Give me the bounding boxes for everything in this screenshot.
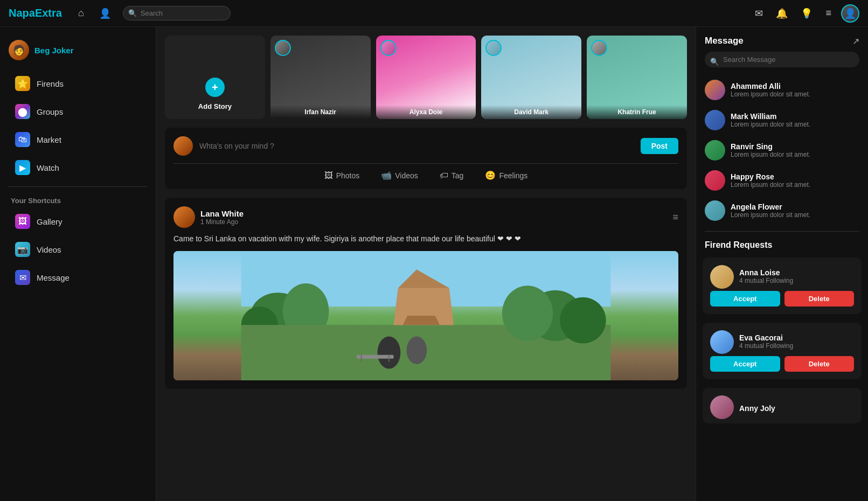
msg-avatar-1 (705, 110, 725, 130)
story-avatar-khatrin (591, 40, 607, 56)
fr-name-1: Eva Gacorai (739, 333, 793, 342)
sidebar-item-label-gallery: Gallery (37, 217, 63, 226)
post-header: Lana White 1 Minute Ago ≡ (173, 206, 678, 228)
sidebar-user[interactable]: 🧑 Beg Joker (0, 36, 156, 69)
feed-post: Lana White 1 Minute Ago ≡ Came to Sri La… (165, 198, 687, 389)
groups-icon: ⬤ (15, 104, 30, 119)
story-card-alyxa[interactable]: Alyxa Doie (376, 36, 476, 119)
svg-point-8 (378, 337, 401, 369)
svg-rect-10 (357, 355, 394, 359)
post-action-photos[interactable]: 🖼 Photos (324, 170, 360, 180)
post-user-avatar (173, 206, 195, 228)
fr-avatar-2 (710, 395, 734, 419)
msg-preview-0: Lorem ipsum dolor sit amet. (731, 91, 859, 98)
svg-point-9 (407, 337, 427, 364)
msg-info-2: Ranvir Sing Lorem ipsum dolor sit amet. (731, 142, 859, 158)
story-overlay-khatrin: Khatrin Frue (587, 105, 687, 119)
post-action-feelings[interactable]: 😊 Feelings (485, 170, 527, 180)
sidebar-item-videos[interactable]: 📷 Videos (4, 236, 151, 263)
story-card-khatrin[interactable]: Khatrin Frue (587, 36, 687, 119)
message-item-1[interactable]: Mark William Lorem ipsum dolor sit amet. (696, 105, 868, 135)
sidebar-user-avatar: 🧑 (9, 40, 29, 60)
post-box-actions: 🖼 Photos 📹 Videos 🏷 Tag 😊 Feelings (173, 164, 678, 180)
story-overlay-david: David Mark (481, 105, 581, 119)
sidebar-item-label-groups: Groups (37, 107, 63, 116)
avatar[interactable]: 👤 (841, 4, 859, 23)
fr-name-0: Anna Loise (739, 268, 793, 277)
fr-info-0: Anna Loise 4 mutual Following (739, 266, 793, 288)
message-item-4[interactable]: Angela Flower Lorem ipsum dolor sit amet… (696, 196, 868, 226)
sidebar-item-label-market: Market (37, 135, 61, 144)
msg-avatar-3 (705, 170, 725, 191)
story-name-alyxa: Alyxa Doie (380, 108, 472, 116)
gallery-icon: 🖼 (15, 214, 30, 229)
menu-icon[interactable]: ≡ (822, 4, 835, 22)
search-input[interactable] (123, 6, 231, 20)
post-input[interactable] (199, 140, 634, 152)
message-sidebar-icon: ✉ (15, 270, 30, 285)
post-action-videos[interactable]: 📹 Videos (381, 170, 418, 180)
story-avatar-david (485, 40, 502, 56)
msg-info-4: Angela Flower Lorem ipsum dolor sit amet… (731, 203, 859, 219)
sidebar-item-label-message: Message (37, 273, 70, 282)
add-story-plus-icon: + (205, 78, 225, 97)
sidebar-item-gallery[interactable]: 🖼 Gallery (4, 208, 151, 235)
story-name-irfan: Irfan Nazir (275, 108, 366, 116)
feelings-icon: 😊 (485, 170, 496, 180)
sidebar-item-market[interactable]: 🛍 Market (4, 126, 151, 153)
sidebar-divider (9, 186, 147, 187)
friend-request-card-0: Anna Loise 4 mutual Following Accept Del… (703, 258, 862, 314)
message-compose-button[interactable]: ↗ (852, 36, 859, 46)
message-item-0[interactable]: Ahammed Alli Lorem ipsum dolor sit amet. (696, 75, 868, 105)
fr-mutual-0: 4 mutual Following (739, 277, 793, 284)
friend-request-card-2: Anny Joly (703, 388, 862, 423)
friends-icon: ⭐ (15, 76, 30, 91)
post-user-name: Lana White (200, 209, 244, 218)
msg-preview-4: Lorem ipsum dolor sit amet. (731, 211, 859, 219)
right-divider (705, 231, 859, 232)
photos-icon: 🖼 (324, 171, 333, 180)
fr-info-2: Anny Joly (739, 402, 775, 413)
bell-icon[interactable]: 🔔 (773, 4, 791, 23)
fr-actions-1: Accept Delete (710, 356, 854, 372)
story-card-david[interactable]: David Mark (481, 36, 581, 119)
message-list: Ahammed Alli Lorem ipsum dolor sit amet.… (696, 73, 868, 228)
story-card-irfan[interactable]: Irfan Nazir (270, 36, 371, 119)
fr-delete-button-0[interactable]: Delete (784, 291, 855, 307)
fr-actions-0: Accept Delete (710, 291, 854, 307)
message-item-2[interactable]: Ranvir Sing Lorem ipsum dolor sit amet. (696, 135, 868, 165)
sidebar-item-friends[interactable]: ⭐ Firends (4, 70, 151, 97)
sidebar: 🧑 Beg Joker ⭐ Firends ⬤ Groups 🛍 Market … (0, 27, 156, 501)
sidebar-user-name: Beg Joker (34, 46, 74, 55)
msg-name-0: Ahammed Alli (731, 82, 859, 91)
fr-avatar-row-2: Anny Joly (710, 395, 854, 419)
person-icon[interactable]: 👤 (96, 4, 114, 23)
post-menu-button[interactable]: ≡ (672, 212, 678, 223)
sidebar-item-message[interactable]: ✉ Message (4, 264, 151, 291)
fr-accept-button-0[interactable]: Accept (710, 291, 780, 307)
sidebar-item-groups[interactable]: ⬤ Groups (4, 98, 151, 125)
sidebar-item-label-watch: Watch (37, 163, 59, 172)
message-search-input[interactable] (705, 52, 859, 67)
post-button[interactable]: Post (641, 138, 678, 154)
mail-icon[interactable]: ✉ (752, 4, 766, 23)
message-item-3[interactable]: Happy Rose Lorem ipsum dolor sit amet. (696, 165, 868, 196)
story-avatar-alyxa (380, 40, 397, 56)
friend-requests-title: Firend Requests (696, 235, 868, 253)
post-image (173, 251, 678, 380)
msg-info-3: Happy Rose Lorem ipsum dolor sit amet. (731, 172, 859, 189)
home-icon[interactable]: ⌂ (75, 4, 87, 22)
post-action-tag[interactable]: 🏷 Tag (440, 170, 464, 180)
lightbulb-icon[interactable]: 💡 (797, 4, 816, 23)
post-box-avatar (173, 136, 193, 156)
market-icon: 🛍 (15, 132, 30, 147)
fr-delete-button-1[interactable]: Delete (784, 356, 855, 372)
right-panel: Message ↗ 🔍 Ahammed Alli Lorem ipsum dol… (696, 27, 868, 501)
story-name-khatrin: Khatrin Frue (591, 108, 683, 116)
sidebar-item-watch[interactable]: ▶ Watch (4, 154, 151, 181)
story-avatar-irfan (275, 40, 291, 56)
fr-name-2: Anny Joly (739, 404, 775, 413)
fr-accept-button-1[interactable]: Accept (710, 356, 780, 372)
story-add-card[interactable]: + Add Story (165, 36, 265, 119)
post-action-label-feelings: Feelings (499, 171, 527, 180)
